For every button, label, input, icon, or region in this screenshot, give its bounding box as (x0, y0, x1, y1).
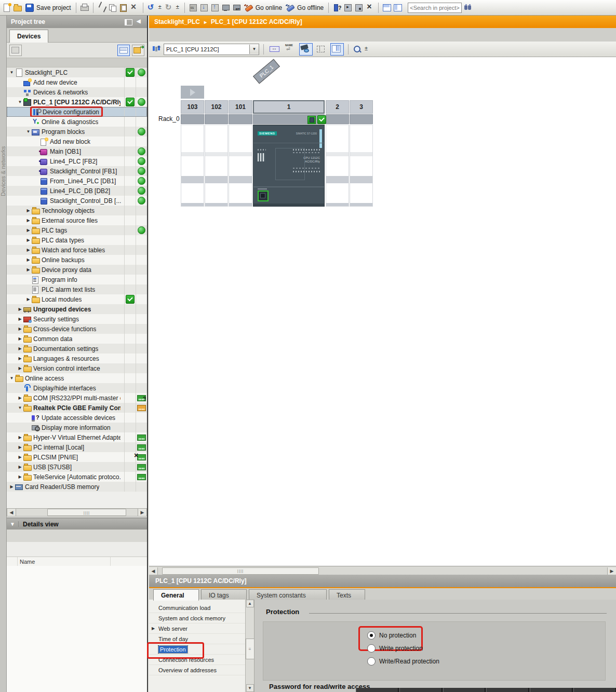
tree-item[interactable]: Stacklight_Control_DB [... (7, 196, 147, 206)
properties-nav-communication-load[interactable]: Communication load (149, 603, 245, 613)
rack-slot-header[interactable]: 2 (326, 100, 349, 114)
chevron-right-icon[interactable]: ▶ (9, 484, 15, 489)
zoom-in-icon[interactable] (353, 45, 362, 54)
tree-item[interactable]: ▶USB [S7USB] (7, 462, 147, 472)
vertical-editor-tab[interactable]: Devices & networks (0, 93, 6, 249)
details-name-column[interactable]: Name (17, 557, 110, 566)
scroll-up-icon[interactable]: ▲ (246, 600, 254, 607)
radio-unselected-icon[interactable] (367, 644, 376, 653)
rack-slot-header[interactable]: 1 (253, 100, 325, 114)
radio-write-read-protection[interactable]: Write/Read protection (367, 657, 439, 666)
tree-item[interactable]: ▶Device proxy data (7, 265, 147, 275)
plc-name-tag[interactable]: PLC_1 (253, 59, 280, 84)
tree-item[interactable]: ▶Hyper-V Virtual Ethernet Adapter (7, 432, 147, 442)
tree-item[interactable]: ▶Local modules (7, 294, 147, 304)
tree-item[interactable]: ▶COM [RS232/PPI multi-master c...? (7, 393, 147, 403)
compile-icon[interactable] (189, 3, 198, 12)
properties-nav-overview-of-addresses[interactable]: Overview of addresses (149, 665, 245, 675)
chevron-down-icon[interactable]: ▼ (17, 100, 23, 104)
rack-slot-body-cell[interactable] (350, 125, 373, 207)
chevron-right-icon[interactable]: ▶ (25, 267, 31, 272)
tree-item[interactable]: Stacklight_Control [FB1] (7, 166, 147, 176)
tree-item[interactable]: ▶Online backups (7, 255, 147, 265)
tree-item[interactable]: ▶TeleService [Automatic protoco... (7, 472, 147, 482)
rack-slot-header[interactable]: 3 (350, 100, 373, 114)
radio-no-protection[interactable]: No protection (367, 631, 416, 640)
grid-toggle-icon[interactable] (315, 44, 325, 53)
radio-unselected-icon[interactable] (367, 657, 376, 666)
chevron-right-icon[interactable]: ▶ (17, 445, 23, 450)
breadcrumb-project[interactable]: Stacklight_PLC (154, 18, 200, 25)
redo-icon[interactable] (165, 3, 174, 12)
properties-tab-system-constants[interactable]: System constants (249, 589, 327, 601)
save-project-button[interactable]: Save project (24, 2, 72, 13)
tree-item[interactable]: ▶PLCSIM [PN/IE] (7, 452, 147, 462)
chevron-right-icon[interactable]: ▶ (25, 257, 31, 262)
tree-item[interactable]: Add new device (7, 77, 147, 87)
tree-item[interactable]: ▼Realtek PCIe GBE Family Con... (7, 403, 147, 413)
chevron-right-icon[interactable]: ▶ (17, 435, 23, 440)
properties-nav-web-server[interactable]: ▶Web server (149, 623, 245, 634)
chevron-right-icon[interactable]: ▶ (152, 626, 155, 631)
network-view-icon[interactable] (152, 45, 162, 54)
start-cpu-window-icon[interactable] (343, 3, 353, 12)
properties-tab-io-tags[interactable]: IO tags (201, 589, 247, 601)
start-runtime-icon[interactable] (232, 3, 242, 12)
canvas-horizontal-scrollbar[interactable]: ◀ |||| ▶ (149, 566, 616, 575)
delete-icon[interactable] (130, 3, 139, 12)
radio-selected-icon[interactable] (367, 631, 376, 640)
rack-slot-body-cell[interactable] (181, 125, 204, 207)
rack-slot-header[interactable]: 103 (181, 100, 204, 114)
tree-item[interactable]: Display/hide interfaces (7, 383, 147, 393)
tree-item[interactable]: Devices & networks (7, 87, 147, 97)
cross-reference-icon[interactable] (365, 3, 374, 12)
properties-nav-protection[interactable]: Protection (149, 644, 245, 655)
tree-item[interactable]: ▼Online access (7, 373, 147, 383)
tree-detail-view-icon[interactable] (117, 45, 130, 56)
tab-devices[interactable]: Devices (9, 30, 48, 43)
properties-nav-scrollbar[interactable]: ▲ ≡ ▼ (246, 600, 255, 692)
breadcrumb-device[interactable]: PLC_1 [CPU 1212C AC/DC/Rly] (211, 18, 302, 25)
tree-item[interactable]: ▶PC internal [Local] (7, 442, 147, 452)
tree-item[interactable]: ▼PLC_1 [CPU 1212C AC/DC/Rly] (7, 97, 147, 107)
tree-item[interactable]: ▶Technology objects (7, 206, 147, 215)
tree-options-icon[interactable] (9, 45, 22, 56)
tree-item[interactable]: Program info (7, 275, 147, 284)
tree-item[interactable]: Add new block (7, 137, 147, 146)
tree-horizontal-scrollbar[interactable]: ◀ |||| ▶ (7, 508, 147, 517)
device-view-canvas[interactable]: PLC_1 103102101123 Rack_0 SIEMENS SIMATI… (149, 57, 616, 581)
rack-slot-body-cell[interactable] (326, 125, 349, 207)
tree-item[interactable]: ▶Ungrouped devices (7, 304, 147, 314)
tree-item[interactable]: Main [OB1] (7, 146, 147, 156)
chevron-down-icon[interactable]: ▼ (7, 521, 19, 527)
scroll-thumb[interactable]: |||| (47, 509, 126, 516)
panel-collapse-icon[interactable] (136, 19, 143, 25)
chevron-right-icon[interactable]: ▶ (17, 356, 23, 361)
scroll-down-icon[interactable]: ▼ (246, 684, 254, 692)
tree-item[interactable]: ▶Security settings (7, 314, 147, 324)
accessible-devices-icon[interactable] (332, 3, 342, 12)
scroll-right-icon[interactable]: ▶ (138, 509, 146, 516)
measure-icon[interactable] (269, 44, 278, 53)
tree-item[interactable]: ▶Documentation settings (7, 344, 147, 354)
go-online-button[interactable]: Go online (243, 2, 283, 13)
tree-item[interactable]: ▶Watch and force tables (7, 245, 147, 255)
start-simulation-icon[interactable] (221, 3, 231, 12)
new-project-icon[interactable] (2, 3, 11, 12)
chevron-right-icon[interactable]: ▶ (17, 327, 23, 331)
device-selector[interactable]: PLC_1 [CPU 1212C] ▼ (164, 44, 259, 55)
chevron-down-icon[interactable]: ▼ (25, 129, 31, 134)
rack-slot-header[interactable]: 101 (229, 100, 252, 114)
undo-icon[interactable] (147, 3, 156, 12)
cpu-module[interactable]: SIEMENS SIMATIC S7-1200 CPU 1212CAC/DC/R… (253, 125, 325, 207)
tree-item[interactable]: Line4_PLC_DB [DB2] (7, 186, 147, 196)
redo-dropdown-icon[interactable] (176, 3, 181, 12)
chevron-right-icon[interactable]: ▶ (25, 248, 31, 252)
tree-item[interactable]: ▶PLC tags (7, 225, 147, 235)
scroll-thumb[interactable]: |||| (162, 567, 319, 575)
chevron-down-icon[interactable]: ▼ (249, 45, 259, 54)
tree-item[interactable]: ▶Languages & resources (7, 354, 147, 363)
rack-slot-body-cell[interactable] (229, 125, 252, 207)
chevron-right-icon[interactable]: ▶ (25, 238, 31, 242)
open-project-icon[interactable] (13, 3, 22, 12)
